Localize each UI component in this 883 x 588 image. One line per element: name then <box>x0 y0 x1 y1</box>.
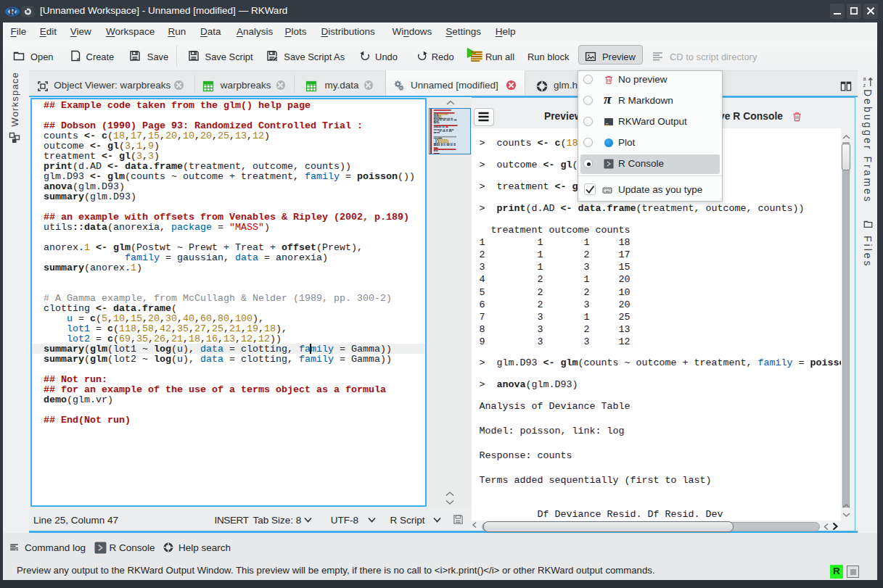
svg-text:R: R <box>9 7 17 17</box>
svg-text:z: z <box>863 82 866 88</box>
